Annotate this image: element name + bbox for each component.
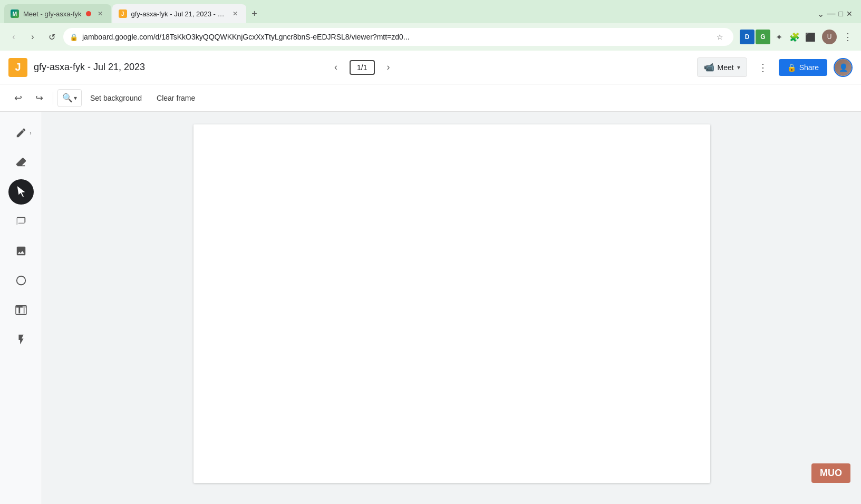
address-input[interactable]: 🔒 jamboard.google.com/d/18TsKkO3kyQQQWKK… xyxy=(63,28,733,46)
set-background-button[interactable]: Set background xyxy=(84,91,148,105)
main-content: › xyxy=(0,112,861,504)
tab-bar: M Meet - gfy-asxa-fyk ✕ J gfy-asxa-fyk -… xyxy=(0,0,861,23)
image-icon xyxy=(15,245,27,257)
whiteboard[interactable] xyxy=(194,124,710,483)
eraser-tool[interactable] xyxy=(8,150,34,175)
svg-point-0 xyxy=(16,276,25,285)
pen-tool-arrow: › xyxy=(30,130,31,136)
meet-tab-close[interactable]: ✕ xyxy=(95,9,105,18)
shape-tool[interactable] xyxy=(8,268,34,293)
close-window-button[interactable]: ✕ xyxy=(846,9,853,18)
laser-icon xyxy=(15,334,27,345)
prev-frame-button[interactable]: ‹ xyxy=(326,58,345,77)
avatar-image: 👤 xyxy=(835,59,852,76)
meet-tab-favicon: M xyxy=(11,9,19,18)
sticky-note-tool[interactable] xyxy=(8,209,34,234)
meet-label: Meet xyxy=(718,63,734,72)
shape-icon xyxy=(15,275,27,286)
back-button[interactable]: ‹ xyxy=(6,30,21,44)
minimize-button[interactable]: — xyxy=(827,9,836,18)
browser-menu-button[interactable]: ⋮ xyxy=(841,29,855,45)
browser-chrome: M Meet - gfy-asxa-fyk ✕ J gfy-asxa-fyk -… xyxy=(0,0,861,51)
left-sidebar: › xyxy=(0,112,42,504)
new-tab-button[interactable]: + xyxy=(247,6,262,21)
toolbar: ↩ ↪ 🔍 ▾ Set background Clear frame xyxy=(0,84,861,112)
eraser-icon xyxy=(15,157,27,168)
star-extension[interactable]: ✦ xyxy=(771,30,786,44)
header-nav: ‹ 1/1 › xyxy=(326,58,398,77)
profile-button[interactable]: U xyxy=(822,30,837,44)
undo-button[interactable]: ↩ xyxy=(8,89,27,108)
refresh-button[interactable]: ↺ xyxy=(44,30,59,44)
browser-extensions: D G ✦ 🧩 ⬛ xyxy=(740,30,818,44)
meet-icon: 📹 xyxy=(704,62,714,72)
pen-icon xyxy=(15,127,27,139)
next-frame-button[interactable]: › xyxy=(379,58,398,77)
app-title: gfy-asxa-fyk - Jul 21, 2023 xyxy=(34,62,320,73)
pen-tool[interactable]: › xyxy=(8,120,34,146)
meet-tab[interactable]: M Meet - gfy-asxa-fyk ✕ xyxy=(4,4,111,23)
lock-icon: 🔒 xyxy=(70,33,78,41)
app-header: J gfy-asxa-fyk - Jul 21, 2023 ‹ 1/1 › 📹 … xyxy=(0,51,861,84)
jamboard-tab[interactable]: J gfy-asxa-fyk - Jul 21, 2023 - Goo... ✕ xyxy=(112,4,246,23)
zoom-icon: 🔍 xyxy=(62,93,73,103)
g-extension[interactable]: G xyxy=(756,30,770,44)
d-extension[interactable]: D xyxy=(740,30,754,44)
redo-button[interactable]: ↪ xyxy=(30,89,49,108)
laser-tool[interactable] xyxy=(8,327,34,352)
undo-icon: ↩ xyxy=(14,92,22,104)
address-text: jamboard.google.com/d/18TsKkO3kyQQQWKKnj… xyxy=(82,33,708,41)
share-button[interactable]: 🔒 Share xyxy=(779,59,827,76)
select-icon xyxy=(15,186,27,198)
app-logo[interactable]: J xyxy=(8,58,27,77)
image-tool[interactable] xyxy=(8,238,34,264)
maximize-button[interactable]: □ xyxy=(839,9,843,18)
toolbar-divider-1 xyxy=(53,92,53,104)
address-bar: ‹ › ↺ 🔒 jamboard.google.com/d/18TsKkO3ky… xyxy=(0,23,861,51)
share-label: Share xyxy=(799,63,819,72)
redo-icon: ↪ xyxy=(35,92,43,104)
monitor-extension[interactable]: ⬛ xyxy=(803,30,818,44)
muo-watermark: MUO xyxy=(811,463,850,483)
meet-button[interactable]: 📹 Meet ▾ xyxy=(697,57,747,77)
jamboard-tab-title: gfy-asxa-fyk - Jul 21, 2023 - Goo... xyxy=(131,10,226,18)
text-tool[interactable] xyxy=(8,297,34,323)
sticky-note-icon xyxy=(15,216,27,227)
bookmark-icon[interactable]: ☆ xyxy=(712,30,727,44)
meet-chevron-icon: ▾ xyxy=(737,64,740,71)
address-actions: ☆ xyxy=(712,30,727,44)
meet-tab-title: Meet - gfy-asxa-fyk xyxy=(23,10,82,18)
frame-indicator[interactable]: 1/1 xyxy=(350,60,374,75)
clear-frame-button[interactable]: Clear frame xyxy=(150,91,201,105)
zoom-chevron-icon: ▾ xyxy=(74,94,77,102)
more-options-button[interactable]: ⋮ xyxy=(753,58,772,77)
tab-bar-menu[interactable]: ⌄ xyxy=(817,9,824,19)
text-icon xyxy=(15,304,27,316)
select-tool[interactable] xyxy=(8,179,34,205)
forward-button[interactable]: › xyxy=(25,30,40,44)
jamboard-tab-favicon: J xyxy=(119,9,127,18)
zoom-control[interactable]: 🔍 ▾ xyxy=(57,89,82,107)
avatar[interactable]: 👤 xyxy=(834,58,853,77)
canvas-area[interactable] xyxy=(42,112,861,504)
share-lock-icon: 🔒 xyxy=(787,63,796,72)
puzzle-extension[interactable]: 🧩 xyxy=(787,30,802,44)
recording-dot xyxy=(86,11,91,16)
frame-indicator-text: 1/1 xyxy=(357,63,367,72)
jamboard-tab-close[interactable]: ✕ xyxy=(230,9,240,18)
